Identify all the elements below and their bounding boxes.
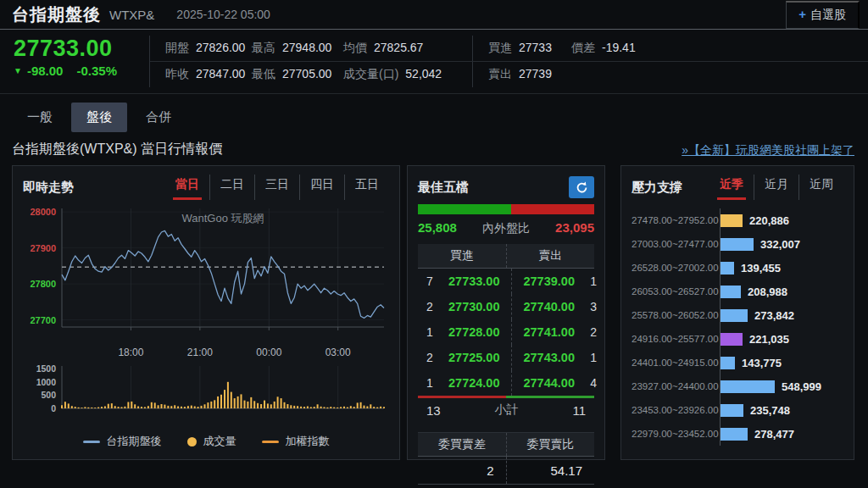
section-title: 台指期盤後(WTXP&) 當日行情報價: [12, 141, 222, 158]
buy-price: 27733.00: [448, 274, 511, 288]
pressure-row: 22979.00~23452.00278,477: [632, 422, 843, 446]
price-range: 27003.00~27477.00: [632, 239, 720, 249]
best-five-panel: 最佳五檔 25,808 內外盤比 23,095 買進: [407, 165, 605, 460]
trend-tab-五日[interactable]: 五日: [344, 175, 389, 200]
volume-bar: [721, 404, 743, 417]
pressure-header: 壓力支撐 近季近月近周: [632, 175, 843, 200]
ratio-value: 54.17: [506, 457, 595, 484]
buy-price: 27730.00: [448, 300, 511, 313]
buy-column-header: 買進: [418, 244, 506, 268]
svg-text:1500: 1500: [36, 363, 57, 374]
buy-underline: [418, 396, 506, 398]
volume-bar: [721, 262, 734, 274]
bid-ask-stats-header: 委買賣差 委買賣比: [418, 432, 594, 457]
buy-qty: 1: [426, 376, 448, 390]
order-book: 買進 賣出 727733.0027739.001227730.0027740.0…: [418, 244, 594, 422]
price-range: 26053.00~26527.00: [632, 286, 720, 297]
inner-ratio-segment: [418, 204, 511, 214]
volume-value: 143,775: [742, 357, 782, 369]
pressure-row: 24916.00~25577.00221,035: [632, 327, 843, 351]
trend-tab-當日[interactable]: 當日: [165, 175, 209, 200]
pressure-tab-近季[interactable]: 近季: [709, 175, 754, 200]
svg-text:500: 500: [41, 390, 56, 400]
down-arrow-icon: ▼: [14, 66, 22, 75]
quote-field-均價: 均價27825.67: [343, 41, 472, 56]
pressure-support-panel: 壓力支撐 近季近月近周 27478.00~27952.00220,8862700…: [620, 165, 854, 460]
legend-label: 台指期盤後: [107, 434, 162, 449]
add-watchlist-button[interactable]: +自選股: [786, 1, 860, 29]
sell-price: 27743.00: [512, 351, 574, 364]
best-five-title: 最佳五檔: [418, 180, 469, 196]
outer-volume: 23,095: [555, 220, 594, 235]
trend-title: 即時走勢: [23, 180, 74, 196]
pressure-period-tabs: 近季近月近周: [709, 175, 843, 200]
sell-qty: 1: [575, 351, 597, 364]
volume-value: 273,842: [754, 309, 794, 322]
volume-bar: [721, 428, 748, 441]
volume-value: 332,007: [760, 238, 800, 251]
inner-outer-label: 內外盤比: [482, 221, 530, 236]
volume-chart: 150010005000: [23, 361, 391, 424]
pressure-row: 23927.00~24400.00548,999: [632, 374, 843, 398]
dot-swatch-icon: [187, 437, 197, 446]
trend-tab-二日[interactable]: 二日: [209, 175, 254, 200]
quote-field-買進: 買進27733: [488, 41, 571, 56]
x-tick-label: 18:00: [118, 347, 143, 358]
buy-price: 27724.00: [448, 376, 511, 390]
quote-field-價差: 價差-19.41: [571, 41, 654, 56]
order-book-row: 127728.0027741.002: [418, 319, 594, 345]
quote-field-最高: 最高27948.00: [252, 41, 343, 56]
order-book-row: 727733.0027739.001: [418, 269, 594, 294]
refresh-button[interactable]: [569, 176, 594, 198]
volume-value: 548,999: [782, 380, 821, 393]
svg-text:28000: 28000: [30, 207, 56, 217]
last-price-block: 27733.00 ▼ -98.00 -0.35%: [0, 30, 149, 93]
price-chart: 28000279002780027700WantGoo 玩股網: [23, 200, 391, 342]
pressure-row: 26528.00~27002.00139,455: [632, 256, 843, 280]
pressure-tab-近月[interactable]: 近月: [754, 175, 798, 200]
order-book-row: 127724.0027744.004: [418, 370, 594, 396]
book-underline: [418, 396, 594, 398]
quote-side-group: 賣出27739: [472, 62, 571, 87]
page: 台指期盤後 WTXP& 2025-10-22 05:00 +自選股 27733.…: [0, 0, 868, 488]
trend-tab-四日[interactable]: 四日: [299, 175, 344, 200]
time-axis-labels: 18:0021:0000:0003:00: [23, 346, 389, 361]
volume-bar: [721, 286, 741, 298]
legend-item-加權指數: 加權指數: [262, 434, 330, 449]
plus-icon: +: [798, 7, 806, 21]
chart-legend: 台指期盤後成交量加權指數: [23, 434, 389, 449]
tab-合併[interactable]: 合併: [131, 103, 186, 132]
trend-tab-三日[interactable]: 三日: [254, 175, 299, 200]
order-book-row: 227730.0027740.003: [418, 294, 594, 319]
sell-price: 27739.00: [512, 274, 574, 288]
outer-ratio-segment: [511, 204, 594, 214]
svg-text:27900: 27900: [30, 243, 56, 253]
subtotal-row: 13 小計 11: [418, 398, 594, 422]
quote-row-1: 開盤27826.00最高27948.00均價27825.67買進27733價差-…: [150, 36, 868, 62]
buy-qty: 2: [426, 351, 448, 364]
instrument-symbol: WTXP&: [109, 8, 154, 22]
pressure-tab-近周[interactable]: 近周: [798, 175, 843, 200]
x-tick-label: 00:00: [256, 347, 281, 358]
quote-field-昨收: 昨收27847.00: [165, 67, 252, 82]
buy-qty: 1: [426, 325, 448, 339]
order-book-row: 227725.0027743.001: [418, 345, 594, 370]
order-book-rows: 727733.0027739.001227730.0027740.0031277…: [418, 269, 594, 396]
best-five-header: 最佳五檔: [418, 175, 594, 200]
quote-field-最低: 最低27705.00: [252, 67, 343, 82]
price-range: 22979.00~23452.00: [632, 429, 720, 439]
buy-qty: 7: [426, 274, 448, 288]
tab-一般[interactable]: 一般: [12, 103, 68, 132]
promo-link[interactable]: »【全新】玩股網美股社團上架了: [682, 143, 854, 158]
top-header: 台指期盤後 WTXP& 2025-10-22 05:00 +自選股: [0, 0, 868, 30]
inner-outer-ratio-bar: [418, 204, 594, 214]
pressure-row: 23453.00~23926.00235,748: [632, 398, 843, 422]
inner-outer-values: 25,808 內外盤比 23,095: [418, 220, 594, 236]
quote-field-成交量(口): 成交量(口)52,042: [343, 67, 472, 82]
x-tick-label: 21:00: [187, 347, 213, 358]
x-tick-label: 03:00: [326, 347, 351, 358]
tab-盤後[interactable]: 盤後: [71, 103, 127, 132]
pressure-row: 24401.00~24915.00143,775: [632, 351, 843, 374]
volume-bar: [721, 309, 748, 322]
quote-datetime: 2025-10-22 05:00: [176, 8, 270, 21]
